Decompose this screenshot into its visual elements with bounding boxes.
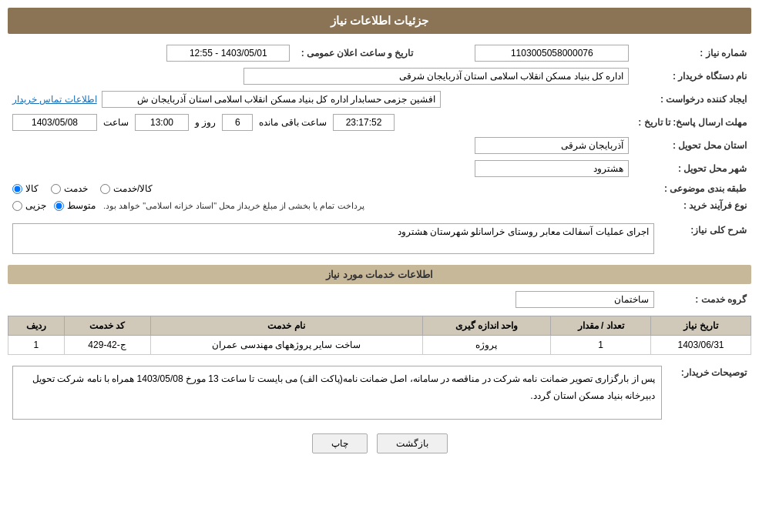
services-section-title: اطلاعات خدمات مورد نیاز <box>8 265 751 284</box>
process-jazee-radio[interactable] <box>12 201 22 211</box>
city-value: هشترود <box>475 160 629 177</box>
creator-contact-link[interactable]: اطلاعات تماس خریدار <box>12 94 97 105</box>
send-date-value: 1403/05/08 <box>12 114 97 131</box>
remain-label: ساعت باقی مانده <box>259 117 327 128</box>
back-button[interactable]: بازگشت <box>377 433 448 453</box>
creator-label: ایجاد کننده درخواست : <box>633 88 751 111</box>
category-kala-option[interactable]: کالا <box>12 183 39 194</box>
process-motavasset-option[interactable]: متوسط <box>54 200 96 211</box>
cell-service-name: ساخت سایر پروژههای مهندسی عمران <box>150 336 422 355</box>
need-number-label: شماره نیاز : <box>633 42 751 65</box>
remain-value: 23:17:52 <box>333 114 395 131</box>
creator-value: افشین جزمی حسابدار اداره کل بنیاد مسکن ا… <box>102 91 441 108</box>
process-jazee-option[interactable]: جزیی <box>12 200 46 211</box>
cell-row-num: 1 <box>8 336 65 355</box>
category-kala-radio[interactable] <box>12 184 22 194</box>
cell-date: 1403/06/31 <box>651 336 751 355</box>
desc-value: اجرای عملیات آسفالت معابر روستای خراسانل… <box>12 223 654 254</box>
services-table: تاریخ نیاز تعداد / مقدار واحد اندازه گیر… <box>8 316 751 355</box>
process-label: نوع فرآیند خرید : <box>633 197 751 214</box>
category-kala-khedmat-label: کالا/خدمت <box>113 183 153 194</box>
buyer-notes-value: پس از بارگزاری تصویر ضمانت نامه شرکت در … <box>12 366 662 420</box>
service-group-value: ساختمان <box>516 291 654 308</box>
col-service-name: نام خدمت <box>150 316 422 336</box>
day-label: روز و <box>195 117 216 128</box>
cell-quantity: 1 <box>551 336 651 355</box>
process-note: پرداخت تمام یا بخشی از مبلغ خریداز محل "… <box>103 201 364 211</box>
buyer-name-label: نام دستگاه خریدار : <box>633 65 751 88</box>
category-kala-khedmat-option[interactable]: کالا/خدمت <box>100 183 153 194</box>
col-service-code: کد خدمت <box>64 316 150 336</box>
table-row: 1403/06/31 1 پروژه ساخت سایر پروژههای مه… <box>8 336 751 355</box>
service-group-label: گروه خدمت : <box>659 288 751 311</box>
time-label: ساعت <box>103 117 129 128</box>
cell-unit: پروژه <box>422 336 550 355</box>
province-value: آذربایجان شرقی <box>475 137 629 154</box>
print-button[interactable]: چاپ <box>312 433 368 453</box>
col-date: تاریخ نیاز <box>651 316 751 336</box>
province-label: استان محل تحویل : <box>633 134 751 157</box>
col-row-num: ردیف <box>8 316 65 336</box>
col-quantity: تعداد / مقدار <box>551 316 651 336</box>
day-value: 6 <box>222 114 253 131</box>
category-khedmat-option[interactable]: خدمت <box>51 183 88 194</box>
buyer-name-value: اداره کل بنیاد مسکن انقلاب اسلامی استان … <box>243 68 629 85</box>
city-label: شهر محل تحویل : <box>633 157 751 180</box>
announce-date-label: تاریخ و ساعت اعلان عمومی : <box>294 42 418 65</box>
time-value: 13:00 <box>135 114 189 131</box>
category-kala-khedmat-radio[interactable] <box>100 184 110 194</box>
category-label: طبقه بندی موضوعی : <box>633 180 751 197</box>
announce-date-value: 1403/05/01 - 12:55 <box>166 45 290 62</box>
process-motavasset-radio[interactable] <box>54 201 64 211</box>
category-kala-label: کالا <box>25 183 39 194</box>
buyer-notes-label: توصیحات خریدار: <box>667 363 751 423</box>
desc-label: شرح کلی نیاز: <box>659 220 751 257</box>
col-unit: واحد اندازه گیری <box>422 316 550 336</box>
need-number-value: 1103005058000076 <box>475 45 629 62</box>
category-khedmat-label: خدمت <box>64 183 88 194</box>
cell-service-code: ج-42-429 <box>64 336 150 355</box>
category-khedmat-radio[interactable] <box>51 184 61 194</box>
process-jazee-label: جزیی <box>25 200 46 211</box>
action-buttons: بازگشت چاپ <box>8 433 751 453</box>
send-date-label: مهلت ارسال پاسخ: تا تاریخ : <box>633 111 751 134</box>
page-title: جزئیات اطلاعات نیاز <box>8 8 751 34</box>
process-motavasset-label: متوسط <box>67 200 96 211</box>
